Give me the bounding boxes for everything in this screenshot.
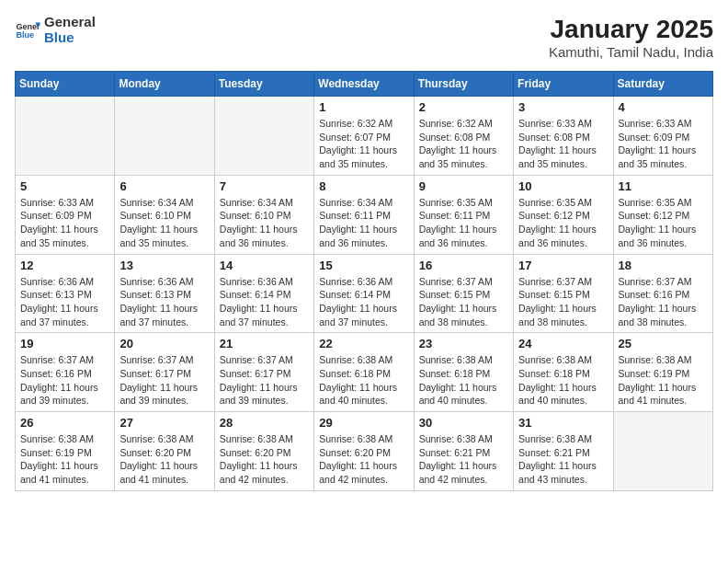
- day-info: Sunrise: 6:34 AM Sunset: 6:11 PM Dayligh…: [319, 196, 408, 250]
- day-number: 23: [419, 337, 508, 350]
- day-info: Sunrise: 6:37 AM Sunset: 6:16 PM Dayligh…: [20, 353, 109, 408]
- day-info: Sunrise: 6:34 AM Sunset: 6:10 PM Dayligh…: [119, 196, 209, 250]
- calendar-cell: 6Sunrise: 6:34 AM Sunset: 6:10 PM Daylig…: [115, 175, 214, 254]
- calendar-cell: [613, 412, 712, 491]
- weekday-header-saturday: Saturday: [613, 72, 712, 97]
- day-number: 2: [419, 100, 508, 114]
- week-row-4: 19Sunrise: 6:37 AM Sunset: 6:16 PM Dayli…: [16, 333, 713, 412]
- day-number: 17: [518, 259, 608, 272]
- day-info: Sunrise: 6:38 AM Sunset: 6:21 PM Dayligh…: [518, 432, 608, 487]
- weekday-header-monday: Monday: [115, 72, 214, 97]
- calendar-cell: 30Sunrise: 6:38 AM Sunset: 6:21 PM Dayli…: [414, 412, 513, 491]
- calendar-cell: 15Sunrise: 6:36 AM Sunset: 6:14 PM Dayli…: [314, 254, 414, 333]
- calendar-cell: 5Sunrise: 6:33 AM Sunset: 6:09 PM Daylig…: [16, 175, 115, 254]
- day-info: Sunrise: 6:37 AM Sunset: 6:17 PM Dayligh…: [119, 353, 209, 408]
- weekday-header-thursday: Thursday: [414, 72, 513, 97]
- day-info: Sunrise: 6:32 AM Sunset: 6:07 PM Dayligh…: [319, 117, 408, 171]
- day-info: Sunrise: 6:37 AM Sunset: 6:15 PM Dayligh…: [518, 275, 608, 329]
- logo-general: General: [44, 15, 96, 30]
- day-number: 8: [319, 179, 408, 193]
- day-info: Sunrise: 6:37 AM Sunset: 6:15 PM Dayligh…: [419, 275, 508, 329]
- day-number: 26: [20, 416, 109, 430]
- logo-blue: Blue: [44, 30, 96, 46]
- calendar-cell: 2Sunrise: 6:32 AM Sunset: 6:08 PM Daylig…: [414, 97, 513, 176]
- day-number: 27: [119, 416, 209, 430]
- calendar-cell: 18Sunrise: 6:37 AM Sunset: 6:16 PM Dayli…: [613, 254, 712, 333]
- day-info: Sunrise: 6:38 AM Sunset: 6:21 PM Dayligh…: [419, 432, 508, 487]
- day-info: Sunrise: 6:38 AM Sunset: 6:19 PM Dayligh…: [20, 432, 109, 487]
- day-number: 15: [319, 259, 408, 272]
- day-info: Sunrise: 6:38 AM Sunset: 6:20 PM Dayligh…: [220, 432, 309, 487]
- day-info: Sunrise: 6:36 AM Sunset: 6:14 PM Dayligh…: [220, 275, 309, 329]
- calendar-cell: 26Sunrise: 6:38 AM Sunset: 6:19 PM Dayli…: [16, 412, 115, 491]
- day-info: Sunrise: 6:36 AM Sunset: 6:13 PM Dayligh…: [20, 275, 109, 329]
- day-info: Sunrise: 6:38 AM Sunset: 6:19 PM Dayligh…: [619, 353, 708, 408]
- day-number: 3: [518, 100, 608, 114]
- calendar-cell: 9Sunrise: 6:35 AM Sunset: 6:11 PM Daylig…: [414, 175, 513, 254]
- calendar-cell: 7Sunrise: 6:34 AM Sunset: 6:10 PM Daylig…: [214, 175, 313, 254]
- day-number: 22: [319, 337, 408, 350]
- day-info: Sunrise: 6:38 AM Sunset: 6:18 PM Dayligh…: [419, 353, 508, 408]
- day-info: Sunrise: 6:33 AM Sunset: 6:09 PM Dayligh…: [20, 196, 109, 250]
- calendar-cell: 23Sunrise: 6:38 AM Sunset: 6:18 PM Dayli…: [414, 333, 513, 412]
- calendar-cell: 29Sunrise: 6:38 AM Sunset: 6:20 PM Dayli…: [314, 412, 414, 491]
- day-number: 16: [419, 259, 508, 272]
- day-info: Sunrise: 6:32 AM Sunset: 6:08 PM Dayligh…: [419, 117, 508, 171]
- calendar-cell: 28Sunrise: 6:38 AM Sunset: 6:20 PM Dayli…: [214, 412, 313, 491]
- day-info: Sunrise: 6:38 AM Sunset: 6:20 PM Dayligh…: [119, 432, 209, 487]
- day-number: 13: [119, 259, 209, 272]
- week-row-5: 26Sunrise: 6:38 AM Sunset: 6:19 PM Dayli…: [16, 412, 713, 491]
- weekday-header-sunday: Sunday: [16, 72, 115, 97]
- calendar-table: SundayMondayTuesdayWednesdayThursdayFrid…: [15, 71, 713, 491]
- day-number: 29: [319, 416, 408, 430]
- calendar-cell: 8Sunrise: 6:34 AM Sunset: 6:11 PM Daylig…: [314, 175, 414, 254]
- calendar-cell: 20Sunrise: 6:37 AM Sunset: 6:17 PM Dayli…: [115, 333, 214, 412]
- calendar-cell: 31Sunrise: 6:38 AM Sunset: 6:21 PM Dayli…: [514, 412, 613, 491]
- day-number: 4: [619, 100, 708, 114]
- day-number: 14: [220, 259, 309, 272]
- location-title: Kamuthi, Tamil Nadu, India: [549, 44, 713, 60]
- weekday-header-tuesday: Tuesday: [214, 72, 313, 97]
- calendar-cell: 16Sunrise: 6:37 AM Sunset: 6:15 PM Dayli…: [414, 254, 513, 333]
- day-info: Sunrise: 6:38 AM Sunset: 6:18 PM Dayligh…: [319, 353, 408, 408]
- day-info: Sunrise: 6:33 AM Sunset: 6:08 PM Dayligh…: [518, 117, 608, 171]
- day-number: 28: [220, 416, 309, 430]
- month-title: January 2025: [549, 15, 713, 44]
- day-number: 6: [119, 179, 209, 193]
- day-info: Sunrise: 6:37 AM Sunset: 6:17 PM Dayligh…: [220, 353, 309, 408]
- calendar-cell: 17Sunrise: 6:37 AM Sunset: 6:15 PM Dayli…: [514, 254, 613, 333]
- day-number: 31: [518, 416, 608, 430]
- week-row-3: 12Sunrise: 6:36 AM Sunset: 6:13 PM Dayli…: [16, 254, 713, 333]
- day-info: Sunrise: 6:35 AM Sunset: 6:12 PM Dayligh…: [518, 196, 608, 250]
- logo: General Blue General Blue: [15, 15, 96, 45]
- calendar-cell: [115, 97, 214, 176]
- calendar-cell: 10Sunrise: 6:35 AM Sunset: 6:12 PM Dayli…: [514, 175, 613, 254]
- title-block: January 2025 Kamuthi, Tamil Nadu, India: [549, 15, 713, 60]
- day-number: 11: [619, 179, 708, 193]
- day-info: Sunrise: 6:36 AM Sunset: 6:13 PM Dayligh…: [119, 275, 209, 329]
- day-number: 24: [518, 337, 608, 350]
- day-info: Sunrise: 6:35 AM Sunset: 6:11 PM Dayligh…: [419, 196, 508, 250]
- page-header: General Blue General Blue January 2025 K…: [15, 15, 713, 60]
- calendar-cell: 22Sunrise: 6:38 AM Sunset: 6:18 PM Dayli…: [314, 333, 414, 412]
- calendar-cell: 24Sunrise: 6:38 AM Sunset: 6:18 PM Dayli…: [514, 333, 613, 412]
- calendar-cell: 1Sunrise: 6:32 AM Sunset: 6:07 PM Daylig…: [314, 97, 414, 176]
- day-number: 19: [20, 337, 109, 350]
- calendar-cell: 19Sunrise: 6:37 AM Sunset: 6:16 PM Dayli…: [16, 333, 115, 412]
- week-row-2: 5Sunrise: 6:33 AM Sunset: 6:09 PM Daylig…: [16, 175, 713, 254]
- day-info: Sunrise: 6:37 AM Sunset: 6:16 PM Dayligh…: [619, 275, 708, 329]
- day-number: 9: [419, 179, 508, 193]
- calendar-cell: 4Sunrise: 6:33 AM Sunset: 6:09 PM Daylig…: [613, 97, 712, 176]
- day-number: 30: [419, 416, 508, 430]
- day-info: Sunrise: 6:38 AM Sunset: 6:20 PM Dayligh…: [319, 432, 408, 487]
- calendar-cell: 27Sunrise: 6:38 AM Sunset: 6:20 PM Dayli…: [115, 412, 214, 491]
- calendar-cell: 21Sunrise: 6:37 AM Sunset: 6:17 PM Dayli…: [214, 333, 313, 412]
- weekday-header-wednesday: Wednesday: [314, 72, 414, 97]
- calendar-cell: [16, 97, 115, 176]
- day-number: 25: [619, 337, 708, 350]
- weekday-header-friday: Friday: [514, 72, 613, 97]
- calendar-cell: 12Sunrise: 6:36 AM Sunset: 6:13 PM Dayli…: [16, 254, 115, 333]
- day-number: 5: [20, 179, 109, 193]
- calendar-cell: 25Sunrise: 6:38 AM Sunset: 6:19 PM Dayli…: [613, 333, 712, 412]
- day-info: Sunrise: 6:33 AM Sunset: 6:09 PM Dayligh…: [619, 117, 708, 171]
